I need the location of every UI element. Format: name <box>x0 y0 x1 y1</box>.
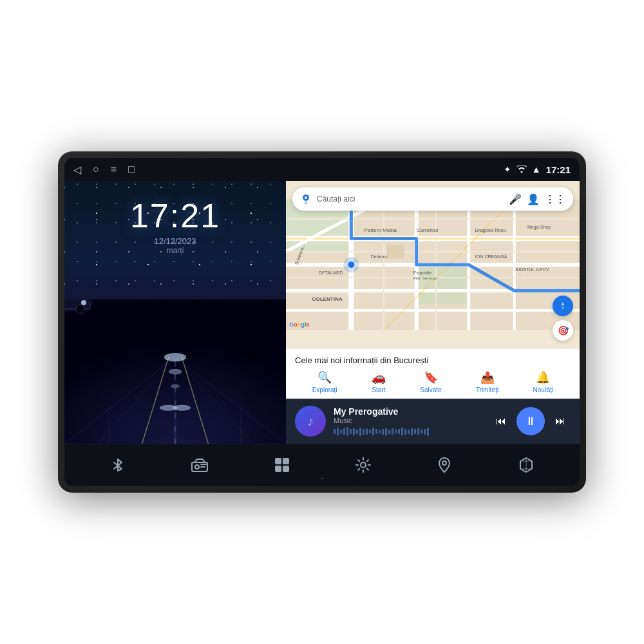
dock-item-apps[interactable] <box>274 457 290 473</box>
music-controls: ⏮ ⏸ ⏭ <box>491 407 571 435</box>
start-icon: 🚗 <box>372 370 386 384</box>
svg-text:Mega Shop: Mega Shop <box>527 225 551 230</box>
share-label: Trimiteți <box>476 386 498 393</box>
dock-item-settings[interactable] <box>355 457 372 473</box>
svg-text:ION CREANGĂ: ION CREANGĂ <box>475 254 507 260</box>
grid-icon[interactable]: ⋮⋮ <box>545 193 565 205</box>
share-icon: 📤 <box>480 370 495 384</box>
right-panel: Pattern Media Carrefour Dragonul Roșu Me… <box>286 181 580 444</box>
music-play-button[interactable]: ⏸ <box>516 407 545 435</box>
maps-search-bar[interactable]: Căutați aici 🎤 👤 ⋮⋮ <box>292 187 573 211</box>
maps-info-title: Cele mai noi informații din București <box>295 355 571 365</box>
maps-nav-items: 🔍 Explorați 🚗 Start 🔖 Salvate 📤 <box>295 370 571 399</box>
svg-point-66 <box>361 462 366 468</box>
svg-rect-64 <box>275 466 281 472</box>
maps-info-panel: Cele mai noi informații din București 🔍 … <box>286 348 580 399</box>
dock-gesture-hint: ⌃ <box>319 477 325 484</box>
news-icon: 🔔 <box>536 370 550 384</box>
maps-nav-explore[interactable]: 🔍 Explorați <box>312 370 337 393</box>
clock-time: 17:21 <box>130 196 220 235</box>
maps-navigate-button[interactable] <box>553 296 573 316</box>
main-content: 17:21 12/12/2023 marți <box>64 181 580 444</box>
maps-nav-start[interactable]: 🚗 Start <box>372 370 386 393</box>
clock-day: marți <box>130 246 220 255</box>
signal-icon: ▲ <box>532 164 541 175</box>
svg-text:Google: Google <box>289 321 309 328</box>
svg-text:JUDEȚUL ILFOV: JUDEȚUL ILFOV <box>515 267 549 272</box>
saved-label: Salvate <box>420 386 441 393</box>
svg-point-15 <box>81 300 86 305</box>
svg-text:COLENTINA: COLENTINA <box>312 296 343 302</box>
music-album-art: ♪ <box>295 406 326 437</box>
dock-item-ar[interactable] <box>518 457 535 473</box>
svg-text:Pattern Media: Pattern Media <box>365 227 397 233</box>
radio-icon <box>191 457 209 473</box>
svg-point-59 <box>195 465 199 469</box>
dock-item-radio[interactable] <box>191 457 209 473</box>
svg-rect-62 <box>275 458 281 464</box>
maps-dock-icon <box>436 457 453 473</box>
svg-rect-63 <box>283 458 289 464</box>
music-player: ♪ My Prerogative Music <box>286 399 580 444</box>
apps-grid-icon <box>274 457 290 473</box>
bluetooth-status-icon: ✦ <box>504 164 511 175</box>
music-info: My Prerogative Music <box>334 406 483 436</box>
cube-icon <box>518 457 535 473</box>
voice-search-icon[interactable]: 🎤 <box>509 193 522 205</box>
svg-point-54 <box>305 196 307 199</box>
status-bar: ◁ ○ ≡ □ ✦ ▲ 17:21 <box>64 158 580 181</box>
svg-rect-49 <box>387 245 403 258</box>
maps-search-placeholder: Căutați aici <box>317 194 504 204</box>
nav-menu-icon[interactable]: ≡ <box>111 164 117 175</box>
svg-rect-65 <box>283 466 289 472</box>
svg-point-17 <box>76 305 85 314</box>
tunnel-effect <box>64 299 286 444</box>
profile-icon[interactable]: 👤 <box>527 193 540 205</box>
tunnel-svg <box>64 299 286 444</box>
bottom-dock: ⌃ <box>64 444 580 486</box>
svg-point-67 <box>442 461 446 465</box>
nav-home-icon[interactable]: ○ <box>93 164 99 175</box>
nav-buttons: ◁ ○ ≡ □ <box>73 164 135 176</box>
dock-item-bluetooth[interactable] <box>109 457 126 473</box>
svg-text:Carrefour: Carrefour <box>417 227 439 233</box>
start-label: Start <box>372 386 385 393</box>
clock-section: 17:21 12/12/2023 marți <box>130 181 220 255</box>
maps-nav-news[interactable]: 🔔 Noutăți <box>533 370 554 393</box>
music-note-icon: ♪ <box>307 414 314 429</box>
svg-text:Exquisite: Exquisite <box>413 270 432 276</box>
maps-location-button[interactable]: 🎯 <box>553 320 573 341</box>
left-panel: 17:21 12/12/2023 marți <box>64 181 286 444</box>
svg-point-52 <box>343 257 359 272</box>
status-time: 17:21 <box>546 164 571 175</box>
dock-divider <box>64 444 580 444</box>
music-subtitle: Music <box>334 417 483 424</box>
map-section[interactable]: Pattern Media Carrefour Dragonul Roșu Me… <box>286 181 580 348</box>
bluetooth-icon <box>109 457 126 473</box>
maps-nav-share[interactable]: 📤 Trimiteți <box>476 370 498 393</box>
wifi-icon <box>516 164 527 175</box>
dock-item-maps[interactable] <box>436 457 453 473</box>
settings-icon <box>355 457 372 473</box>
search-action-icons: 🎤 👤 ⋮⋮ <box>509 193 565 205</box>
explore-label: Explorați <box>312 386 337 393</box>
svg-text:Auto Services: Auto Services <box>413 276 438 280</box>
svg-text:Dragonul Roșu: Dragonul Roșu <box>475 228 506 233</box>
nav-back-icon[interactable]: ◁ <box>73 164 81 176</box>
svg-text:OFTALMED: OFTALMED <box>319 270 343 276</box>
explore-icon: 🔍 <box>317 370 332 384</box>
status-icons: ✦ ▲ 17:21 <box>504 164 571 175</box>
music-next-button[interactable]: ⏭ <box>550 411 571 431</box>
saved-icon: 🔖 <box>424 370 438 384</box>
svg-point-6 <box>169 368 182 374</box>
music-title: My Prerogative <box>334 406 483 417</box>
music-prev-button[interactable]: ⏮ <box>491 411 511 431</box>
clock-date: 12/12/2023 <box>130 236 220 246</box>
maps-nav-saved[interactable]: 🔖 Salvate <box>420 370 441 393</box>
device-screen: ◁ ○ ≡ □ ✦ ▲ 17:21 <box>64 158 580 486</box>
car-scene <box>64 299 286 444</box>
music-waveform <box>334 427 483 436</box>
nav-recent-icon[interactable]: □ <box>128 164 135 175</box>
device-frame: ◁ ○ ≡ □ ✦ ▲ 17:21 <box>58 151 586 493</box>
svg-point-12 <box>173 404 191 410</box>
